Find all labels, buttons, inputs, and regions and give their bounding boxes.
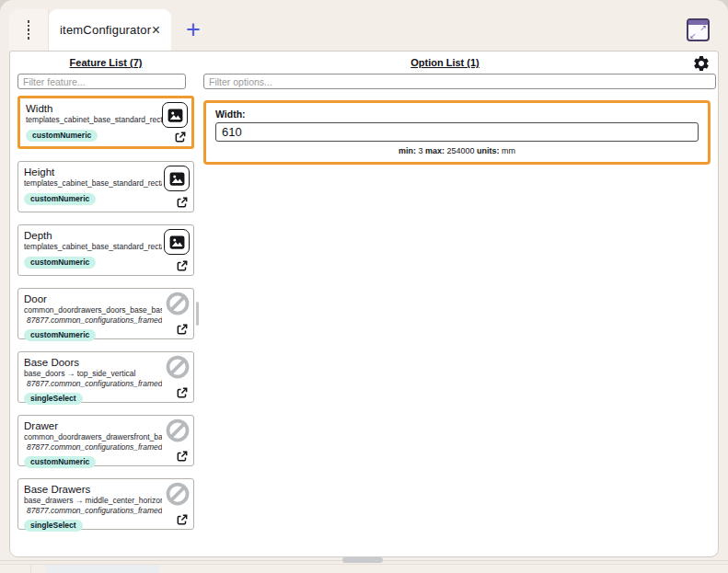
drag-handle-icon xyxy=(28,20,30,40)
feature-title: Height xyxy=(24,166,162,178)
feature-subtitle: common_doordrawers_doors_base_basedoor_ xyxy=(24,305,162,315)
option-card-width[interactable]: Width: min: 3 max: 254000 units: mm xyxy=(203,100,711,165)
feature-path: 87877.common_configurations_framed_b.. xyxy=(24,315,162,326)
tab-bar: itemConfigurator × + xyxy=(9,9,215,51)
feature-type-badge: customNumeric xyxy=(24,456,96,468)
new-tab-button[interactable]: + xyxy=(171,9,215,51)
external-link-icon[interactable] xyxy=(176,386,189,399)
feature-subtitle: common_doordrawers_drawersfront_base_fro xyxy=(24,432,162,442)
feature-title: Drawer xyxy=(24,419,162,432)
tab-item-configurator[interactable]: itemConfigurator × xyxy=(49,9,171,51)
feature-subtitle: templates_cabinet_base_standard_rectangu… xyxy=(26,115,164,125)
settings-gear-icon[interactable] xyxy=(692,54,711,73)
units-label: units: xyxy=(477,146,500,155)
external-link-icon[interactable] xyxy=(176,450,189,463)
feature-path-text: 87877.common_configurations_framed_b.. xyxy=(27,442,162,453)
feature-title: Door xyxy=(24,292,162,305)
max-value: 254000 xyxy=(447,146,475,155)
no-image-icon xyxy=(164,290,191,317)
feature-title: Width xyxy=(26,102,164,115)
feature-path-text: 87877.common_configurations_framed_b.. xyxy=(27,379,162,389)
arrow-sw-icon: ↙ xyxy=(689,31,697,40)
feature-card[interactable]: Door common_doordrawers_doors_base_based… xyxy=(17,288,194,339)
external-link-icon[interactable] xyxy=(174,131,187,143)
feature-title: Base Drawers xyxy=(24,483,162,496)
image-icon[interactable] xyxy=(162,102,188,128)
image-icon[interactable] xyxy=(164,229,190,255)
feature-type-badge: customNumeric xyxy=(24,329,96,341)
feature-path: 87877.common_configurations_framed_b.. xyxy=(24,506,162,516)
filter-feature-input[interactable] xyxy=(17,74,186,89)
app-window: itemConfigurator × + ↗ ↙ Feature List (7… xyxy=(0,0,728,573)
feature-subtitle: templates_cabinet_base_standard_rectangu… xyxy=(24,178,162,189)
configurator-panel: Feature List (7) Option List (1) Width t… xyxy=(9,51,719,557)
option-constraints: min: 3 max: 254000 units: mm xyxy=(215,146,699,155)
external-link-icon[interactable] xyxy=(176,323,189,336)
feature-path-text: 87877.common_configurations_framed_b.. xyxy=(27,506,162,516)
feature-title: Depth xyxy=(24,229,162,242)
no-image-icon xyxy=(164,353,191,381)
external-link-icon[interactable] xyxy=(176,259,189,272)
no-image-icon xyxy=(164,480,191,508)
min-label: min: xyxy=(399,146,416,155)
bottom-partial-tab[interactable] xyxy=(46,565,159,573)
feature-list-scrollbar-thumb[interactable] xyxy=(196,302,199,326)
option-label: Width: xyxy=(215,109,699,120)
filter-options-input[interactable] xyxy=(203,74,716,89)
feature-type-badge: customNumeric xyxy=(26,130,98,142)
tab-title: itemConfigurator xyxy=(60,23,151,37)
arrow-ne-icon: ↗ xyxy=(699,23,707,32)
feature-card[interactable]: Base Doors base_doors → top_side_vertica… xyxy=(17,351,194,403)
feature-type-badge: customNumeric xyxy=(24,257,96,269)
feature-type-badge: singleSelect xyxy=(24,520,83,532)
feature-card[interactable]: Depth templates_cabinet_base_standard_re… xyxy=(17,224,194,276)
feature-card[interactable]: Height templates_cabinet_base_standard_r… xyxy=(17,161,194,212)
feature-card[interactable]: Base Drawers base_drawers → middle_cente… xyxy=(17,478,194,530)
external-link-icon[interactable] xyxy=(176,196,189,209)
width-value-input[interactable] xyxy=(215,122,699,142)
feature-title: Base Doors xyxy=(24,356,162,369)
units-value: mm xyxy=(502,146,515,155)
feature-card[interactable]: Width templates_cabinet_base_standard_re… xyxy=(17,96,194,149)
feature-list-heading: Feature List (7) xyxy=(17,57,194,68)
feature-subtitle: base_doors → top_side_vertical xyxy=(24,369,162,379)
no-image-icon xyxy=(164,417,191,444)
bottom-strip-separator xyxy=(30,565,31,573)
window-restore-icon[interactable]: ↗ ↙ xyxy=(687,18,710,41)
option-list-heading: Option List (1) xyxy=(203,57,687,68)
drag-handle[interactable] xyxy=(9,9,49,51)
feature-path-text: 87877.common_configurations_framed_b.. xyxy=(27,315,162,326)
feature-subtitle: base_drawers → middle_center_horizontal xyxy=(24,496,162,506)
feature-path: 87877.common_configurations_framed_b.. xyxy=(24,379,162,389)
tab-close-icon[interactable]: × xyxy=(152,23,160,38)
feature-subtitle: templates_cabinet_base_standard_rectangu… xyxy=(24,242,162,252)
feature-type-badge: singleSelect xyxy=(24,393,83,405)
feature-path: 87877.common_configurations_framed_b.. xyxy=(24,442,162,453)
max-label: max: xyxy=(425,146,445,155)
feature-list: Width templates_cabinet_base_standard_re… xyxy=(17,96,194,530)
feature-card[interactable]: Drawer common_doordrawers_drawersfront_b… xyxy=(17,415,194,466)
external-link-icon[interactable] xyxy=(176,513,189,526)
image-icon[interactable] xyxy=(164,166,190,191)
horizontal-resize-handle[interactable] xyxy=(342,557,383,563)
min-value: 3 xyxy=(418,146,422,155)
feature-type-badge: customNumeric xyxy=(24,193,96,205)
